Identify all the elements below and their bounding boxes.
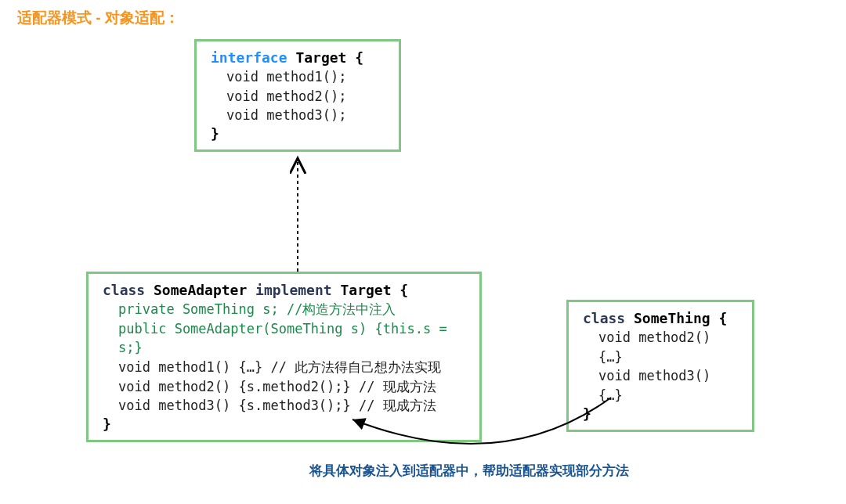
target-header: interface Target {: [211, 49, 385, 66]
interface-target-box: interface Target { void method1(); void …: [194, 39, 401, 152]
class-adapter-box: class SomeAdapter implement Target { pri…: [86, 272, 482, 442]
brace-close: }: [103, 416, 465, 432]
adapter-impl-name: Target: [340, 282, 391, 298]
class-something-box: class SomeThing { void method2() {…} voi…: [566, 300, 754, 432]
something-name: SomeThing: [634, 310, 710, 326]
brace-open: {: [400, 282, 408, 298]
adapter-name: SomeAdapter: [154, 282, 247, 298]
brace-open: {: [355, 49, 363, 66]
adapter-method-line: void method1() {…} // 此方法得自己想办法实现: [103, 358, 465, 377]
target-method-line: void method2();: [211, 87, 385, 106]
keyword-class: class: [583, 310, 625, 326]
something-header: class SomeThing {: [583, 310, 738, 326]
target-method-line: void method3();: [211, 106, 385, 125]
adapter-method-line: void method3() {s.method3();} // 现成方法: [103, 396, 465, 416]
keyword-implement: implement: [255, 282, 332, 298]
bottom-caption: 将具体对象注入到适配器中，帮助适配器实现部分方法: [309, 462, 629, 480]
adapter-line-constructor: public SomeAdapter(SomeThing s) {this.s …: [103, 319, 465, 358]
keyword-interface: interface: [211, 49, 287, 66]
target-method-line: void method1();: [211, 67, 385, 87]
adapter-line-private: private SomeThing s; //构造方法中注入: [103, 300, 465, 319]
brace-close: }: [583, 405, 738, 422]
diagram-title: 适配器模式 - 对象适配：: [17, 8, 179, 28]
something-method-line: void method2() {…}: [583, 328, 738, 366]
keyword-class: class: [103, 282, 145, 298]
brace-close: }: [211, 125, 385, 142]
adapter-method-line: void method2() {s.method2();} // 现成方法: [103, 377, 465, 397]
adapter-header: class SomeAdapter implement Target {: [103, 282, 465, 298]
brace-open: {: [718, 310, 727, 326]
something-method-line: void method3() {…}: [583, 366, 738, 405]
target-name: Target: [295, 49, 346, 66]
